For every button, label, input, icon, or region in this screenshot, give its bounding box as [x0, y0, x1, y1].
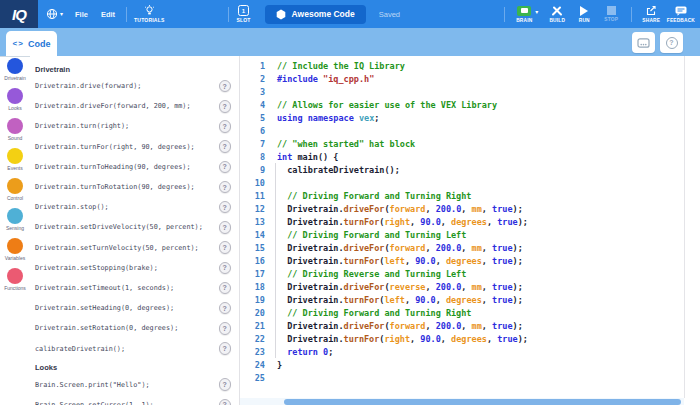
command-help-button[interactable]: ? [219, 140, 232, 153]
code-lines[interactable]: 1// Include the IQ Library2#include "iq_… [240, 59, 684, 384]
tab-code[interactable]: <> Code [6, 31, 57, 56]
command-item[interactable]: Drivetrain.drive(forward);? [35, 76, 231, 96]
code-line[interactable]: 25 [240, 371, 684, 384]
code-line[interactable]: 9 calibrateDrivetrain(); [240, 163, 684, 176]
code-line[interactable]: 18 Drivetrain.driveFor(reverse, 200.0, m… [240, 280, 684, 293]
category-dot[interactable] [7, 148, 23, 164]
command-help-button[interactable]: ? [219, 399, 232, 405]
code-line[interactable]: 10 [240, 176, 684, 189]
command-item[interactable]: Drivetrain.setTurnVelocity(50, percent);… [35, 238, 231, 258]
feedback-button[interactable]: FEEDBACK [667, 6, 695, 23]
code-editor[interactable]: 1// Include the IQ Library2#include "iq_… [240, 56, 700, 405]
code-line[interactable]: 7// "when started" hat block [240, 137, 684, 150]
category-sound[interactable]: Sound [0, 118, 30, 148]
command-item[interactable]: Drivetrain.setDriveVelocity(50, percent)… [35, 217, 231, 237]
command-text: Drivetrain.turnToHeading(90, degrees); [35, 163, 191, 171]
command-item[interactable]: Drivetrain.turn(right);? [35, 116, 231, 136]
command-item[interactable]: Drivetrain.turnToRotation(90, degrees);? [35, 177, 231, 197]
token-keyword: true [492, 256, 512, 266]
devices-button[interactable] [632, 32, 655, 53]
code-line[interactable]: 5using namespace vex; [240, 111, 684, 124]
code-line[interactable]: 22 Drivetrain.turnFor(right, 90.0, degre… [240, 332, 684, 345]
category-dot[interactable] [7, 178, 23, 194]
tutorials-button[interactable]: TUTORIALS [134, 5, 164, 23]
command-help-button[interactable]: ? [219, 241, 232, 254]
code-line[interactable]: 14 // Driving Forward and Turning Left [240, 228, 684, 241]
command-help-button[interactable]: ? [219, 262, 232, 275]
line-number: 14 [240, 230, 265, 240]
command-item[interactable]: Drivetrain.setHeading(0, degrees);? [35, 298, 231, 318]
project-name-pill[interactable]: Awesome Code [265, 5, 366, 24]
slot-button[interactable]: 1 SLOT [236, 5, 250, 23]
command-help-button[interactable]: ? [219, 201, 232, 214]
command-help-button[interactable]: ? [219, 120, 232, 133]
code-line[interactable]: 6 [240, 124, 684, 137]
command-help-button[interactable]: ? [219, 221, 232, 234]
build-button[interactable]: BUILD [546, 6, 569, 23]
category-dot[interactable] [7, 238, 23, 254]
code-line[interactable]: 15 Drivetrain.driveFor(forward, 200.0, m… [240, 241, 684, 254]
command-help-button[interactable]: ? [219, 161, 232, 174]
code-line[interactable]: 8int main() { [240, 150, 684, 163]
category-variables[interactable]: Variables [0, 238, 30, 268]
language-menu[interactable]: ▾ [46, 8, 63, 20]
code-line[interactable]: 3 [240, 85, 684, 98]
category-control[interactable]: Control [0, 178, 30, 208]
horizontal-scrollbar-thumb[interactable] [284, 399, 681, 405]
category-drivetrain[interactable]: Drivetrain [0, 58, 30, 88]
code-line[interactable]: 24} [240, 358, 684, 371]
category-dot[interactable] [7, 118, 23, 134]
code-line[interactable]: 12 Drivetrain.driveFor(forward, 200.0, m… [240, 202, 684, 215]
file-menu[interactable]: File [75, 10, 88, 19]
code-line[interactable]: 23 return 0; [240, 345, 684, 358]
command-help-button[interactable]: ? [219, 282, 232, 295]
category-functions[interactable]: Functions [0, 268, 30, 298]
horizontal-scrollbar[interactable] [240, 398, 684, 405]
command-help-button[interactable]: ? [219, 100, 232, 113]
help-button[interactable]: ? [660, 32, 683, 53]
command-help-button[interactable]: ? [219, 302, 232, 315]
edit-menu[interactable]: Edit [101, 10, 115, 19]
command-item[interactable]: Drivetrain.turnFor(right, 90, degrees);? [35, 137, 231, 157]
share-button[interactable]: SHARE [640, 5, 663, 23]
category-dot[interactable] [7, 208, 23, 224]
command-item[interactable]: Drivetrain.turnToHeading(90, degrees);? [35, 157, 231, 177]
command-item[interactable]: calibrateDrivetrain();? [35, 338, 231, 358]
code-line[interactable]: 2#include "iq_cpp.h" [240, 72, 684, 85]
code-line[interactable]: 4// Allows for easier use of the VEX Lib… [240, 98, 684, 111]
code-line[interactable]: 21 Drivetrain.driveFor(forward, 200.0, m… [240, 319, 684, 332]
command-help-button[interactable]: ? [219, 342, 232, 355]
code-line[interactable]: 13 Drivetrain.turnFor(right, 90.0, degre… [240, 215, 684, 228]
command-item[interactable]: Drivetrain.setTimeout(1, seconds);? [35, 278, 231, 298]
command-help-button[interactable]: ? [219, 80, 232, 93]
category-dot[interactable] [7, 268, 23, 284]
code-line[interactable]: 17 // Driving Reverse and Turning Left [240, 267, 684, 280]
command-item[interactable]: Drivetrain.stop();? [35, 197, 231, 217]
vertical-scrollbar[interactable] [684, 56, 700, 398]
category-dot[interactable] [7, 58, 23, 74]
code-line[interactable]: 1// Include the IQ Library [240, 59, 684, 72]
run-button[interactable]: RUN [573, 6, 596, 23]
category-looks[interactable]: Looks [0, 88, 30, 118]
token-comment: // Driving Forward and Turning Left [277, 230, 466, 240]
brain-button[interactable]: ▾ BRAIN [513, 6, 536, 23]
command-item[interactable]: Brain.Screen.print("Hello");? [35, 375, 231, 395]
command-help-button[interactable]: ? [219, 181, 232, 194]
line-number: 9 [240, 165, 265, 175]
command-item[interactable]: Brain.Screen.setCursor(1, 1);? [35, 395, 231, 405]
category-dot[interactable] [7, 88, 23, 104]
category-events[interactable]: Events [0, 148, 30, 178]
command-item[interactable]: Drivetrain.driveFor(forward, 200, mm);? [35, 96, 231, 116]
code-line[interactable]: 19 Drivetrain.turnFor(left, 90.0, degree… [240, 293, 684, 306]
category-sensing[interactable]: Sensing [0, 208, 30, 238]
code-line[interactable]: 16 Drivetrain.turnFor(left, 90.0, degree… [240, 254, 684, 267]
token-plain: Drivetrain. [277, 243, 344, 253]
command-item[interactable]: Drivetrain.setStopping(brake);? [35, 258, 231, 278]
command-item[interactable]: Drivetrain.setRotation(0, degrees);? [35, 318, 231, 338]
command-help-button[interactable]: ? [219, 322, 232, 335]
stop-button[interactable]: STOP [600, 6, 623, 22]
code-line[interactable]: 11 // Driving Forward and Turning Right [240, 189, 684, 202]
code-line[interactable]: 20 // Driving Forward and Turning Right [240, 306, 684, 319]
token-plain: , [482, 295, 492, 305]
command-help-button[interactable]: ? [219, 378, 232, 391]
